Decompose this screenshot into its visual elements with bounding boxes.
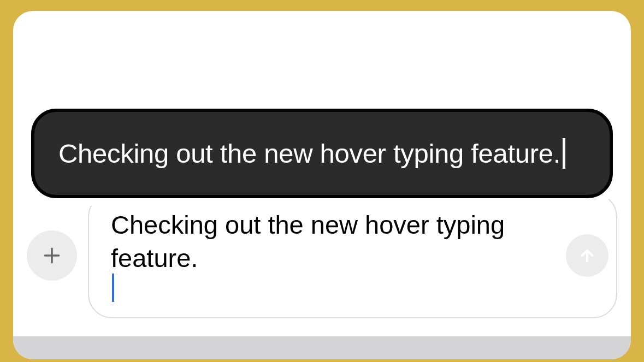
hover-typing-field[interactable]: Checking out the new hover typing featur… (31, 109, 613, 198)
plus-icon (42, 245, 62, 266)
message-input[interactable]: Checking out the new hover typing featur… (88, 193, 617, 318)
keyboard-strip (13, 336, 631, 359)
send-button[interactable] (566, 234, 608, 277)
message-input-text: Checking out the new hover typing featur… (111, 208, 562, 275)
hover-typing-overlay: Checking out the new hover typing featur… (23, 101, 621, 206)
text-cursor (112, 274, 114, 302)
compose-row: Checking out the new hover typing featur… (27, 193, 617, 318)
hover-typing-text: Checking out the new hover typing featur… (58, 138, 560, 169)
add-button[interactable] (27, 230, 77, 281)
arrow-up-icon (578, 247, 596, 264)
hover-cursor (563, 138, 565, 169)
